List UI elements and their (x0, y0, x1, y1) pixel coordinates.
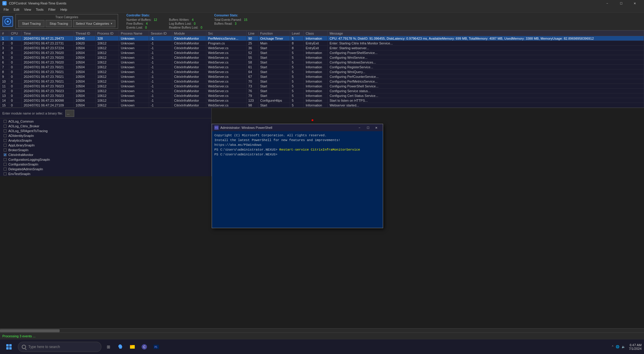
table-row[interactable]: 1502024/07/01 06:47:24.271091050410612Un… (0, 103, 644, 108)
consumer-stats-title: Consumer Stats: (214, 14, 247, 17)
event-table: # CPU Time Thread ID Process ID Process … (0, 30, 644, 108)
module-list-item[interactable]: AppLibrarySnapIn (0, 143, 211, 148)
module-checkbox (4, 149, 7, 152)
ps-content: Copyright (C) Microsoft Corporation. All… (212, 131, 383, 228)
app-logo (2, 16, 13, 27)
ps-line: PS C:\Users\administrator.NEXUS> Restart… (214, 147, 380, 152)
table-row[interactable]: 302024/07/01 06:47:23.572241050410612Unk… (0, 46, 644, 50)
module-list-item[interactable]: ✓CitrixInfraMonitor (0, 152, 211, 157)
select-categories-dropdown[interactable]: Select Your Categories ▼ (73, 20, 115, 27)
module-checkbox (4, 168, 7, 171)
module-name: AnalyticsSnapIn (8, 139, 32, 142)
stat-events-lost: Events Lost: 0 (126, 26, 157, 29)
svg-rect-2 (130, 345, 132, 346)
col-header-session: Session ID (149, 31, 172, 36)
table-row[interactable]: 102024/07/01 06:47:21.2947310440328Unkno… (0, 36, 644, 41)
module-checkbox (4, 134, 7, 137)
event-table-container[interactable]: # CPU Time Thread ID Process ID Process … (0, 30, 644, 108)
table-row[interactable]: 202024/07/01 06:47:23.227311062010612Unk… (0, 41, 644, 46)
ps-minimize-button[interactable]: − (355, 125, 364, 131)
titlebar: C CDFControl: Viewing Real-Time Events −… (0, 0, 644, 7)
menu-tools[interactable]: Tools (33, 7, 46, 12)
module-list-item[interactable]: AnalyticsSnapIn (0, 138, 211, 143)
scroll-thumb[interactable] (0, 329, 60, 332)
module-name: AOLog_Citrix_Broker (8, 124, 39, 128)
close-button[interactable]: ✕ (628, 0, 642, 7)
table-row[interactable]: 602024/07/01 06:47:23.760201050410612Unk… (0, 60, 644, 65)
module-name: AppLibrarySnapIn (8, 143, 35, 147)
taskbar-explorer-icon[interactable] (128, 342, 137, 352)
menu-file[interactable]: File (1, 7, 11, 12)
powershell-window[interactable]: PS Administrator: Windows PowerShell − ☐… (212, 124, 383, 228)
menubar: File Edit View Tools Filter Help (0, 7, 644, 13)
search-placeholder: Type here to search (28, 345, 60, 349)
module-list-item[interactable]: ADIdentitySnapIn (0, 133, 211, 138)
menu-filter[interactable]: Filter (46, 7, 58, 12)
taskbar-search-box[interactable]: Type here to search (18, 342, 101, 352)
table-row[interactable]: 1102024/07/01 06:47:23.760231050410612Un… (0, 84, 644, 89)
browse-button[interactable]: ... (65, 110, 74, 117)
ps-maximize-button[interactable]: ☐ (364, 125, 372, 131)
start-button[interactable] (2, 340, 16, 353)
table-row[interactable]: 1402024/07/01 06:47:23.900981050410612Un… (0, 98, 644, 103)
module-list-item[interactable]: ConfigurationSnapIn (0, 162, 211, 167)
stat-buffers-read: Buffers Read: 3 (214, 22, 247, 25)
module-input-label: Enter module name or select a binary fil… (2, 112, 63, 115)
date-display: 7/1/2024 (629, 347, 642, 350)
menu-help[interactable]: Help (58, 7, 70, 12)
col-header-level: Level (290, 31, 304, 36)
col-header-process: Process Name (119, 31, 149, 36)
table-row[interactable]: 902024/07/01 06:47:23.760211050410612Unk… (0, 74, 644, 79)
col-header-cpu: CPU (9, 31, 22, 36)
module-checkbox (4, 163, 7, 166)
module-list-item[interactable]: BrokerSnapIn (0, 148, 211, 152)
titlebar-title: CDFControl: Viewing Real-Time Events (9, 1, 66, 5)
start-tracing-button[interactable]: Start Tracing (18, 20, 44, 27)
stat-num-buffers: Number of Buffers: 12 (126, 18, 157, 21)
svg-text:C: C (143, 345, 145, 349)
dropdown-arrow-icon: ▼ (110, 22, 113, 25)
col-header-pid: Process ID (95, 31, 119, 36)
module-checkbox (4, 144, 7, 147)
ps-titlebar-left: PS Administrator: Windows PowerShell (214, 126, 272, 130)
taskbar-tray: ^ 🌐 🔈 (612, 345, 625, 348)
taskbar-ps-icon[interactable]: PS (151, 342, 161, 352)
col-header-message: Message (328, 31, 644, 36)
module-list-item[interactable]: EnvTestSnapIn (0, 171, 211, 176)
stat-buffers-written: Buffers Written: 4 (169, 18, 202, 21)
module-checkbox (4, 120, 7, 123)
stat-total-events: Total Events Parsed: 15 (214, 18, 247, 21)
module-list-item[interactable]: AOLog_Common (0, 119, 211, 124)
stop-tracing-button[interactable]: Stop Tracing (46, 20, 72, 27)
table-row[interactable]: 502024/07/01 06:47:23.760201050410612Unk… (0, 55, 644, 60)
table-row[interactable]: 1002024/07/01 06:47:23.760211050410612Un… (0, 79, 644, 84)
col-header-module: Module (172, 31, 206, 36)
table-row[interactable]: 1302024/07/01 06:47:23.760231050410612Un… (0, 93, 644, 98)
ps-close-button[interactable]: ✕ (372, 125, 380, 131)
taskbar-task-view-icon[interactable]: ⊞ (104, 342, 113, 352)
module-list-item[interactable]: AOLog_SRAgentTsTracing (0, 129, 211, 133)
module-list-item[interactable]: DelegatedAdminSnapIn (0, 167, 211, 171)
minimize-button[interactable]: − (600, 0, 614, 7)
app-icon: C (2, 1, 7, 5)
module-list-item[interactable]: AOLog_Citrix_Broker (0, 124, 211, 129)
taskbar-clock[interactable]: 6:47 AM 7/1/2024 (629, 343, 642, 350)
ps-line: Copyright (C) Microsoft Corporation. All… (214, 133, 380, 138)
taskbar-edge-icon[interactable] (116, 342, 125, 352)
scroll-area[interactable] (0, 328, 644, 333)
module-list-item[interactable]: ConfigurationLoggingSnapIn (0, 157, 211, 162)
menu-edit[interactable]: Edit (11, 7, 22, 12)
tray-network-icon: 🌐 (616, 345, 619, 348)
status-text: Processing 3 events ... (2, 334, 35, 338)
col-header-tid: Thread ID (74, 31, 95, 36)
menu-view[interactable]: View (22, 7, 34, 12)
table-row[interactable]: 802024/07/01 06:47:23.760211050410612Unk… (0, 69, 644, 74)
table-row[interactable]: 702024/07/01 06:47:23.760211050410612Unk… (0, 65, 644, 69)
table-row[interactable]: 1202024/07/01 06:47:23.760231050410612Un… (0, 89, 644, 93)
maximize-button[interactable]: ☐ (614, 0, 628, 7)
col-header-time: Time (22, 31, 74, 36)
module-checkbox: ✓ (4, 153, 7, 156)
table-row[interactable]: 402024/07/01 06:47:23.760201050410612Unk… (0, 50, 644, 55)
tray-expand-icon[interactable]: ^ (612, 345, 613, 348)
taskbar-citrix-icon[interactable]: C (140, 342, 149, 352)
